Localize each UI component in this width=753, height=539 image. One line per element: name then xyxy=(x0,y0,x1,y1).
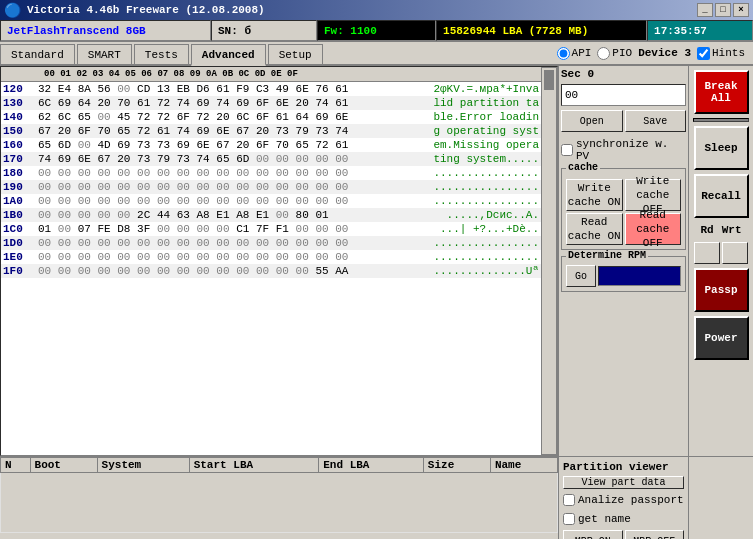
open-button[interactable]: Open xyxy=(561,110,623,132)
hints-check-label: Hints xyxy=(697,47,745,60)
hex-row: 1C001 00 07 FE D8 3F 00 00 00 00 C1 7F F… xyxy=(1,222,541,236)
title-bar: 🔵 Victoria 4.46b Freeware (12.08.2008) _… xyxy=(0,0,753,20)
serial-number: SN: б xyxy=(211,20,317,41)
rpm-go-button[interactable]: Go xyxy=(566,265,596,287)
tab-advanced[interactable]: Advanced xyxy=(191,44,266,66)
hex-row: 18000 00 00 00 00 00 00 00 00 00 00 00 0… xyxy=(1,166,541,180)
maximize-button[interactable]: □ xyxy=(715,3,731,17)
status-bar: JetFlashTranscend 8GB SN: б Fw: 1100 158… xyxy=(0,20,753,42)
cache-title: cache xyxy=(566,162,600,173)
hex-row: 1F000 00 00 00 00 00 00 00 00 00 00 00 0… xyxy=(1,264,541,278)
timestamp: 17:35:57 xyxy=(647,20,753,41)
sec-value-input[interactable] xyxy=(561,84,686,106)
hex-rows-container: 12032 E4 8A 56 00 CD 13 EB D6 61 F9 C3 4… xyxy=(1,82,541,278)
hex-row: 12032 E4 8A 56 00 CD 13 EB D6 61 F9 C3 4… xyxy=(1,82,541,96)
hex-row: 1A000 00 00 00 00 00 00 00 00 00 00 00 0… xyxy=(1,194,541,208)
rpm-row: Go xyxy=(566,265,681,287)
sync-row: synchronize w. PV xyxy=(561,138,686,162)
firmware: Fw: 1100 xyxy=(317,20,436,41)
get-name-row: get name xyxy=(563,513,684,525)
mbr-off-button[interactable]: MBR OFF xyxy=(625,530,685,539)
tab-tests[interactable]: Tests xyxy=(134,44,189,64)
sync-checkbox[interactable] xyxy=(561,144,573,156)
sleep-button[interactable]: Sleep xyxy=(694,126,749,170)
read-cache-off-button[interactable]: Read cache OFF xyxy=(625,213,682,245)
rpm-group: Determine RPM Go xyxy=(561,256,686,292)
hex-viewer: 00 01 02 03 04 05 06 07 08 09 0A 0B 0C 0… xyxy=(0,66,558,456)
pio-radio[interactable] xyxy=(597,47,610,60)
mini-btn-row xyxy=(694,242,748,264)
device-label: Device 3 xyxy=(638,47,691,59)
right-panel: Sec 0 Open Save synchronize w. PV cache … xyxy=(558,66,688,456)
hex-scrollbar[interactable] xyxy=(541,67,557,455)
open-save-row: Open Save xyxy=(561,110,686,132)
hex-header: 00 01 02 03 04 05 06 07 08 09 0A 0B 0C 0… xyxy=(1,67,541,82)
partition-right-panel: Partition viewer View part data Analize … xyxy=(558,457,688,539)
tab-setup[interactable]: Setup xyxy=(268,44,323,64)
cache-group: cache Write cache ON Write cache OFF Rea… xyxy=(561,168,686,250)
mbr-row: MBR ON MBR OFF xyxy=(563,530,684,539)
cache-buttons: Write cache ON Write cache OFF Read cach… xyxy=(566,179,681,245)
col-name: Name xyxy=(490,458,557,473)
rd-mini-button[interactable] xyxy=(694,242,720,264)
table-row xyxy=(1,473,558,533)
power-button[interactable]: Power xyxy=(694,316,749,360)
tab-standard[interactable]: Standard xyxy=(0,44,75,64)
write-cache-off-button[interactable]: Write cache OFF xyxy=(625,179,682,211)
sec-label: Sec 0 xyxy=(561,68,686,80)
hex-lines: 00 01 02 03 04 05 06 07 08 09 0A 0B 0C 0… xyxy=(1,67,541,455)
recall-button[interactable]: Recall xyxy=(694,174,749,218)
hex-row: 15067 20 6F 70 65 72 61 74 69 6E 67 20 7… xyxy=(1,124,541,138)
col-system: System xyxy=(97,458,189,473)
partition-table: N Boot System Start LBA End LBA Size Nam… xyxy=(0,457,558,539)
close-button[interactable]: × xyxy=(733,3,749,17)
hex-row: 1E000 00 00 00 00 00 00 00 00 00 00 00 0… xyxy=(1,250,541,264)
analize-checkbox[interactable] xyxy=(563,494,575,506)
api-radio-label: API xyxy=(557,47,592,60)
break-all-button[interactable]: Break All xyxy=(694,70,749,114)
hex-row: 19000 00 00 00 00 00 00 00 00 00 00 00 0… xyxy=(1,180,541,194)
analize-label: Analize passport xyxy=(578,494,684,506)
hex-row: 1B000 00 00 00 00 2C 44 63 A8 E1 A8 E1 0… xyxy=(1,208,541,222)
api-radio[interactable] xyxy=(557,47,570,60)
main-content: 00 01 02 03 04 05 06 07 08 09 0A 0B 0C 0… xyxy=(0,66,753,456)
rpm-title: Determine RPM xyxy=(566,250,648,261)
lba-info: 15826944 LBA (7728 MB) xyxy=(436,20,647,41)
view-part-data-button[interactable]: View part data xyxy=(563,476,684,489)
mbr-on-button[interactable]: MBR ON xyxy=(563,530,623,539)
tab-smart[interactable]: SMART xyxy=(77,44,132,64)
get-name-label: get name xyxy=(578,513,631,525)
partition-area: N Boot System Start LBA End LBA Size Nam… xyxy=(0,456,753,539)
col-start: Start LBA xyxy=(189,458,319,473)
save-button[interactable]: Save xyxy=(625,110,687,132)
far-right-panel: Break All Sleep Recall Rd Wrt Passp Powe… xyxy=(688,66,753,456)
col-n: N xyxy=(1,458,31,473)
rd-wrt-labels: Rd Wrt xyxy=(700,224,741,236)
col-boot: Boot xyxy=(30,458,97,473)
separator-1 xyxy=(693,118,749,122)
hex-row: 1D000 00 00 00 00 00 00 00 00 00 00 00 0… xyxy=(1,236,541,250)
hex-row: 17074 69 6E 67 20 73 79 73 74 65 6D 00 0… xyxy=(1,152,541,166)
get-name-checkbox[interactable] xyxy=(563,513,575,525)
wrt-mini-button[interactable] xyxy=(722,242,748,264)
partition-far-right xyxy=(688,457,753,539)
app-title: Victoria 4.46b Freeware (12.08.2008) xyxy=(27,4,265,16)
hex-row: 16065 6D 00 4D 69 73 73 69 6E 67 20 6F 7… xyxy=(1,138,541,152)
hex-row: 1306C 69 64 20 70 61 72 74 69 74 69 6F 6… xyxy=(1,96,541,110)
read-cache-on-button[interactable]: Read cache ON xyxy=(566,213,623,245)
window-controls[interactable]: _ □ × xyxy=(697,3,749,17)
tab-bar: Standard SMART Tests Advanced Setup xyxy=(0,42,549,64)
hex-row: 14062 6C 65 00 45 72 72 6F 72 20 6C 6F 6… xyxy=(1,110,541,124)
col-size: Size xyxy=(423,458,490,473)
minimize-button[interactable]: _ xyxy=(697,3,713,17)
device-name: JetFlashTranscend 8GB xyxy=(0,20,211,41)
rpm-display xyxy=(598,266,681,286)
passp-button[interactable]: Passp xyxy=(694,268,749,312)
analize-row: Analize passport xyxy=(563,494,684,506)
sync-label: synchronize w. PV xyxy=(576,138,686,162)
write-cache-on-button[interactable]: Write cache ON xyxy=(566,179,623,211)
hints-checkbox[interactable] xyxy=(697,47,710,60)
wrt-label: Wrt xyxy=(722,224,742,236)
partition-viewer-title: Partition viewer xyxy=(563,461,684,473)
pio-radio-label: PIO xyxy=(597,47,632,60)
